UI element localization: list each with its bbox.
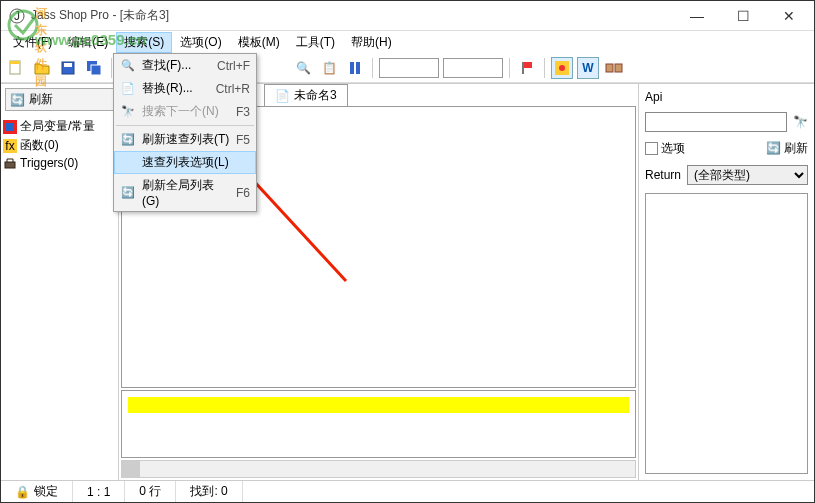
toolbar-sep: [544, 58, 545, 78]
menu-replace[interactable]: 📄 替换(R)... Ctrl+R: [114, 77, 256, 100]
menu-refresh-quicklist[interactable]: 🔄 刷新速查列表(T) F5: [114, 128, 256, 151]
binoculars-icon[interactable]: 🔭: [793, 115, 808, 129]
toolbar-sep: [509, 58, 510, 78]
api-search-input[interactable]: [645, 112, 787, 132]
maximize-button[interactable]: ☐: [720, 2, 766, 30]
menu-search[interactable]: 搜索(S): [116, 32, 172, 53]
flag-button[interactable]: [516, 57, 538, 79]
right-panel: Api 🔭 选项 🔄 刷新 Return (全部类型): [638, 84, 814, 480]
binoculars-icon: 🔭: [120, 104, 136, 120]
menu-quicklist-options[interactable]: 速查列表选项(L): [114, 151, 256, 174]
status-lines: 0 行: [125, 481, 176, 502]
svg-rect-9: [91, 65, 101, 75]
svg-text:J: J: [14, 9, 20, 23]
svg-rect-7: [64, 63, 72, 67]
tree-triggers[interactable]: Triggers(0): [3, 155, 116, 171]
tool-w-button[interactable]: W: [577, 57, 599, 79]
svg-rect-15: [606, 64, 613, 72]
left-panel: 🔄 刷新 全局变量/常量 fx函数(0) Triggers(0): [1, 84, 119, 480]
horizontal-scrollbar[interactable]: [121, 460, 636, 478]
svg-rect-5: [10, 61, 20, 64]
tree-globals[interactable]: 全局变量/常量: [3, 117, 116, 136]
titlebar: J Jass Shop Pro - [未命名3] — ☐ ✕: [1, 1, 814, 31]
tree-view[interactable]: 全局变量/常量 fx函数(0) Triggers(0): [1, 115, 118, 480]
minimize-button[interactable]: —: [674, 2, 720, 30]
save-button[interactable]: [57, 57, 79, 79]
menu-separator: [116, 125, 254, 126]
scroll-thumb[interactable]: [122, 461, 140, 477]
svg-rect-16: [615, 64, 622, 72]
toolbar-sep: [372, 58, 373, 78]
api-label: Api: [645, 90, 808, 104]
api-listbox[interactable]: [645, 193, 808, 474]
svg-rect-12: [522, 62, 524, 74]
refresh-icon: 🔄: [10, 93, 25, 107]
statusbar: 🔒锁定 1 : 1 0 行 找到: 0: [1, 480, 814, 502]
toolbar-field-2[interactable]: [443, 58, 503, 78]
output-pane[interactable]: [121, 390, 636, 458]
menu-edit[interactable]: 编辑(E): [60, 32, 116, 53]
menu-refresh-global[interactable]: 🔄 刷新全局列表(G) F6: [114, 174, 256, 211]
search-menu-dropdown: 🔍 查找(F)... Ctrl+F 📄 替换(R)... Ctrl+R 🔭 搜索…: [113, 53, 257, 212]
menu-tools[interactable]: 工具(T): [288, 32, 343, 53]
refresh-panel-button[interactable]: 🔄 刷新: [5, 88, 114, 111]
refresh-icon: 🔄: [120, 132, 136, 148]
status-pos: 1 : 1: [73, 481, 125, 502]
paste-button[interactable]: 📋: [318, 57, 340, 79]
toolbar-sep: [111, 58, 112, 78]
menu-template[interactable]: 模板(M): [230, 32, 288, 53]
svg-rect-18: [6, 123, 14, 131]
trigger-icon: [3, 156, 17, 170]
svg-rect-10: [350, 62, 354, 74]
options-checkbox[interactable]: 选项: [645, 140, 685, 157]
lock-icon: 🔒: [15, 485, 30, 499]
tool-device-button[interactable]: [603, 57, 625, 79]
doc-icon: 📄: [275, 89, 290, 103]
refresh-api-button[interactable]: 🔄 刷新: [766, 140, 808, 157]
menu-file[interactable]: 文件(F): [5, 32, 60, 53]
svg-rect-11: [356, 62, 360, 74]
new-button[interactable]: [5, 57, 27, 79]
refresh-icon: 🔄: [120, 185, 136, 201]
return-label: Return: [645, 168, 681, 182]
function-icon: fx: [3, 139, 17, 153]
highlight-line: [128, 397, 629, 413]
menubar: 文件(F) 编辑(E) 搜索(S) 选项(O) 模板(M) 工具(T) 帮助(H…: [1, 31, 814, 53]
find-icon: 🔍: [120, 58, 136, 74]
tree-functions[interactable]: fx函数(0): [3, 136, 116, 155]
globals-icon: [3, 120, 17, 134]
svg-rect-21: [5, 162, 15, 168]
menu-find[interactable]: 🔍 查找(F)... Ctrl+F: [114, 54, 256, 77]
window-title: Jass Shop Pro - [未命名3]: [31, 7, 674, 24]
return-type-select[interactable]: (全部类型): [687, 165, 808, 185]
open-button[interactable]: [31, 57, 53, 79]
find-button[interactable]: 🔍: [292, 57, 314, 79]
tool-a-button[interactable]: [551, 57, 573, 79]
status-lock: 🔒锁定: [1, 481, 73, 502]
svg-point-14: [559, 65, 565, 71]
saveall-button[interactable]: [83, 57, 105, 79]
app-icon: J: [9, 8, 25, 24]
close-button[interactable]: ✕: [766, 2, 812, 30]
replace-icon: 📄: [120, 81, 136, 97]
svg-text:fx: fx: [5, 139, 14, 153]
menu-find-next[interactable]: 🔭 搜索下一个(N) F3: [114, 100, 256, 123]
bookmarks-button[interactable]: [344, 57, 366, 79]
toolbar-field-1[interactable]: [379, 58, 439, 78]
menu-options[interactable]: 选项(O): [172, 32, 229, 53]
status-found: 找到: 0: [176, 481, 242, 502]
tab-doc1[interactable]: 📄 未命名3: [264, 84, 348, 106]
menu-help[interactable]: 帮助(H): [343, 32, 400, 53]
